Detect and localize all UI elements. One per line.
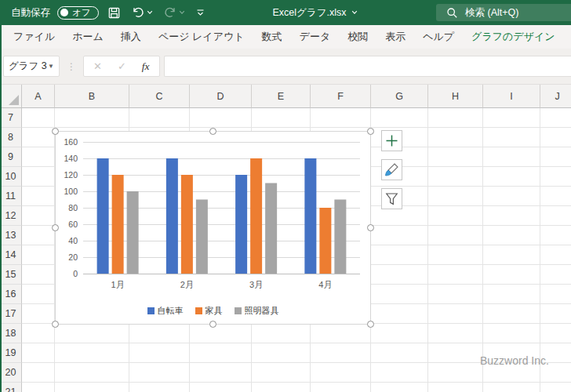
- tab-help[interactable]: ヘルプ: [414, 25, 463, 49]
- cell-G7[interactable]: [371, 108, 428, 128]
- cell-F21[interactable]: [311, 383, 371, 392]
- cell-A8[interactable]: [22, 128, 55, 147]
- chart-filters-button[interactable]: [381, 188, 402, 209]
- cancel-icon[interactable]: ✕: [93, 60, 102, 72]
- cell-B7[interactable]: [55, 108, 129, 128]
- customize-quick-access-button[interactable]: [194, 6, 207, 19]
- chart-resize-handle[interactable]: [52, 224, 59, 231]
- cell-D18[interactable]: [190, 324, 252, 343]
- cell-D21[interactable]: [190, 383, 252, 392]
- cell-I12[interactable]: [483, 206, 540, 226]
- embedded-chart[interactable]: 0204060801001201401601月2月3月4月 自転車家具照明器具: [55, 131, 371, 325]
- cell-A13[interactable]: [22, 226, 55, 245]
- cell-E19[interactable]: [252, 343, 311, 363]
- cell-J18[interactable]: [540, 324, 571, 343]
- tab-home[interactable]: ホーム: [64, 25, 112, 49]
- tab-data[interactable]: データ: [291, 25, 340, 49]
- cell-D20[interactable]: [190, 363, 252, 383]
- cell-H13[interactable]: [428, 226, 483, 245]
- cell-F19[interactable]: [311, 343, 371, 363]
- column-header-H[interactable]: H: [428, 85, 483, 108]
- tab-page-layout[interactable]: ページ レイアウト: [150, 25, 253, 49]
- cell-I8[interactable]: [483, 128, 540, 147]
- row-header-21[interactable]: 21: [0, 383, 22, 392]
- cell-A11[interactable]: [22, 187, 55, 206]
- cell-G17[interactable]: [371, 304, 428, 324]
- cell-J9[interactable]: [540, 147, 571, 167]
- cell-G14[interactable]: [371, 245, 428, 265]
- cell-I15[interactable]: [483, 265, 540, 285]
- row-header-13[interactable]: 13: [0, 226, 22, 245]
- cell-E21[interactable]: [252, 383, 311, 392]
- cell-I17[interactable]: [483, 304, 540, 324]
- tab-insert[interactable]: 挿入: [112, 25, 150, 49]
- tab-file[interactable]: ファイル: [5, 25, 64, 49]
- cell-G18[interactable]: [371, 324, 428, 343]
- cell-H14[interactable]: [428, 245, 483, 265]
- column-header-F[interactable]: F: [311, 85, 371, 108]
- column-header-I[interactable]: I: [483, 85, 540, 108]
- cell-J13[interactable]: [540, 226, 571, 245]
- tab-format[interactable]: 書式: [564, 25, 571, 49]
- cell-E18[interactable]: [252, 324, 311, 343]
- cell-H19[interactable]: [428, 343, 483, 363]
- row-header-14[interactable]: 14: [0, 245, 22, 265]
- row-header-12[interactable]: 12: [0, 206, 22, 226]
- search-box[interactable]: 検索 (Alt+Q): [436, 4, 571, 21]
- cell-G21[interactable]: [371, 383, 428, 392]
- cell-A15[interactable]: [22, 265, 55, 285]
- cell-B19[interactable]: [55, 343, 129, 363]
- cell-I10[interactable]: [483, 167, 540, 187]
- cell-J7[interactable]: [540, 108, 571, 128]
- cell-H15[interactable]: [428, 265, 483, 285]
- insert-function-icon[interactable]: fx: [142, 60, 150, 73]
- cell-A7[interactable]: [22, 108, 55, 128]
- cell-A18[interactable]: [22, 324, 55, 343]
- row-header-10[interactable]: 10: [0, 167, 22, 187]
- name-box[interactable]: グラフ 3 ▼: [3, 56, 60, 77]
- column-header-G[interactable]: G: [371, 85, 428, 108]
- cell-A20[interactable]: [22, 363, 55, 383]
- cell-A19[interactable]: [22, 343, 55, 363]
- cell-C19[interactable]: [129, 343, 190, 363]
- redo-button[interactable]: [162, 4, 187, 21]
- cell-C20[interactable]: [129, 363, 190, 383]
- cell-J15[interactable]: [540, 265, 571, 285]
- column-header-E[interactable]: E: [252, 85, 311, 108]
- tab-chart-design[interactable]: グラフのデザイン: [463, 25, 563, 49]
- cell-I7[interactable]: [483, 108, 540, 128]
- enter-check-icon[interactable]: ✓: [118, 60, 126, 72]
- chart-resize-handle[interactable]: [367, 224, 374, 231]
- cell-G20[interactable]: [371, 363, 428, 383]
- cell-A9[interactable]: [22, 147, 55, 167]
- cell-H17[interactable]: [428, 304, 483, 324]
- cell-H21[interactable]: [428, 383, 483, 392]
- undo-button[interactable]: [129, 4, 155, 21]
- cell-G15[interactable]: [371, 265, 428, 285]
- row-header-17[interactable]: 17: [0, 304, 22, 324]
- cell-J21[interactable]: [540, 383, 571, 392]
- cell-H11[interactable]: [428, 187, 483, 206]
- row-header-11[interactable]: 11: [0, 187, 22, 206]
- column-header-J[interactable]: J: [540, 85, 571, 108]
- cell-J16[interactable]: [540, 285, 571, 304]
- cell-B21[interactable]: [55, 383, 129, 392]
- chart-resize-handle[interactable]: [209, 128, 216, 135]
- cell-H16[interactable]: [428, 285, 483, 304]
- cell-F7[interactable]: [311, 108, 371, 128]
- cell-H10[interactable]: [428, 167, 483, 187]
- cell-C21[interactable]: [129, 383, 190, 392]
- chart-resize-handle[interactable]: [367, 128, 374, 135]
- cell-E7[interactable]: [252, 108, 311, 128]
- row-header-19[interactable]: 19: [0, 343, 22, 363]
- cell-J17[interactable]: [540, 304, 571, 324]
- cell-E20[interactable]: [252, 363, 311, 383]
- cell-B18[interactable]: [55, 324, 129, 343]
- chart-resize-handle[interactable]: [52, 128, 59, 135]
- cell-D7[interactable]: [190, 108, 252, 128]
- chart-resize-handle[interactable]: [367, 321, 374, 328]
- cell-J12[interactable]: [540, 206, 571, 226]
- chart-elements-button[interactable]: [381, 130, 402, 151]
- tab-formulas[interactable]: 数式: [253, 25, 291, 49]
- cell-G19[interactable]: [371, 343, 428, 363]
